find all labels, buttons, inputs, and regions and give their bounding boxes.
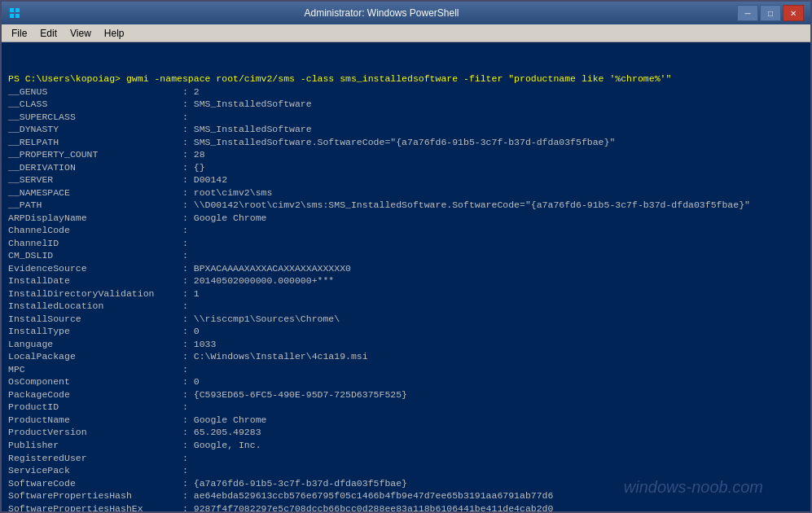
property-row: __PROPERTY_COUNT : 28 [8,148,804,161]
svg-rect-3 [15,14,20,18]
property-row: EvidenceSource : BPXACAAAAXAXXACAXXAXXAX… [8,262,804,275]
svg-rect-0 [10,8,14,12]
maximize-button[interactable]: □ [760,5,781,21]
property-row: SoftwareCode : {a7a76fd6-91b5-3c7f-b37d-… [8,477,804,490]
property-row: __PATH : \\D00142\root\cimv2\sms:SMS_Ins… [8,199,804,212]
property-row: __CLASS : SMS_InstalledSoftware [8,98,804,111]
property-row: ChannelID : [8,237,804,250]
menu-edit[interactable]: Edit [33,26,64,41]
menu-help[interactable]: Help [98,26,131,41]
property-row: __DYNASTY : SMS_InstalledSoftware [8,123,804,136]
property-row: InstallDate : 20140502000000.000000+*** [8,274,804,287]
powershell-window: Administrator: Windows PowerShell ─ □ ✕ … [0,0,812,513]
property-row: ChannelCode : [8,224,804,237]
property-row: MPC : [8,363,804,376]
property-row: __NAMESPACE : root\cimv2\sms [8,186,804,200]
property-row: __DERIVATION : {} [8,161,804,174]
menu-view[interactable]: View [64,26,98,41]
property-row: LocalPackage : C:\Windows\Installer\4c1a… [8,350,804,363]
property-row: PackageCode : {C593ED65-6FC5-490E-95D7-7… [8,388,804,401]
property-row: __GENUS : 2 [8,86,804,99]
close-button[interactable]: ✕ [783,5,804,21]
property-row: ProductVersion : 65.205.49283 [8,426,804,439]
property-row: __RELPATH : SMS_InstalledSoftware.Softwa… [8,136,804,149]
property-row: InstallSource : \\risccmp1\Sources\Chrom… [8,313,804,326]
property-row: InstallType : 0 [8,325,804,338]
property-row: RegisteredUser : [8,452,804,465]
property-row: ProductID : [8,401,804,414]
property-row: SoftwarePropertiesHashEx : 9287f4f708229… [8,502,804,511]
svg-rect-2 [10,14,14,18]
property-row: Publisher : Google, Inc. [8,439,804,452]
property-row: Language : 1033 [8,338,804,351]
menu-file[interactable]: File [5,26,33,41]
property-row: InstalledLocation : [8,300,804,313]
property-row: ProductName : Google Chrome [8,414,804,427]
property-row: __SUPERCLASS : [8,111,804,124]
property-row: SoftwarePropertiesHash : ae64ebda529613c… [8,489,804,502]
title-bar: Administrator: Windows PowerShell ─ □ ✕ [2,2,810,24]
property-row: ARPDisplayName : Google Chrome [8,212,804,225]
property-row: ServicePack : [8,464,804,477]
window-controls: ─ □ ✕ [737,5,804,21]
window-icon [8,7,21,20]
minimize-button[interactable]: ─ [737,5,758,21]
svg-rect-1 [15,8,20,12]
command-line: PS C:\Users\kopoiag> gwmi -namespace roo… [8,72,804,86]
property-row: OsComponent : 0 [8,375,804,388]
menu-bar: File Edit View Help [2,24,810,42]
terminal-output[interactable]: PS C:\Users\kopoiag> gwmi -namespace roo… [2,42,810,511]
property-row: CM_DSLID : [8,249,804,262]
property-row: __SERVER : D00142 [8,173,804,186]
title-bar-text: Administrator: Windows PowerShell [26,7,737,19]
property-row: InstallDirectoryValidation : 1 [8,287,804,300]
